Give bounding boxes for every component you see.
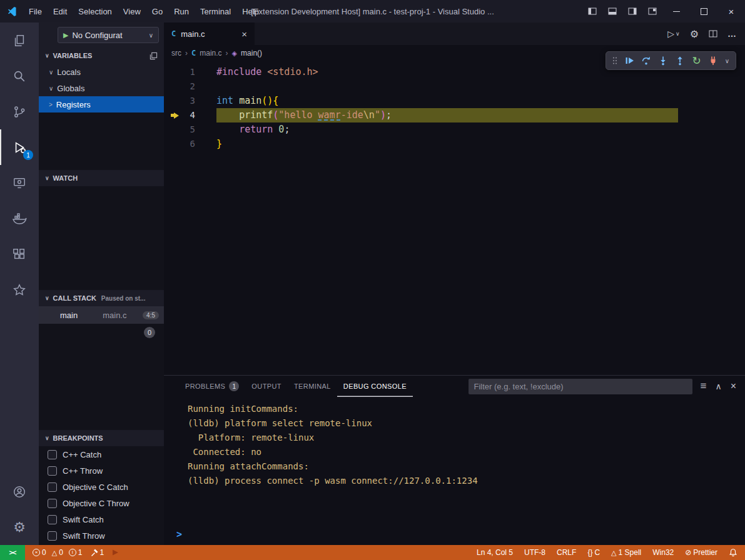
checkbox[interactable] <box>48 515 57 524</box>
maximize-icon[interactable] <box>690 0 717 22</box>
code-line[interactable]: 2 <box>164 79 745 94</box>
docker-icon[interactable] <box>0 201 39 236</box>
close-tab-icon[interactable]: × <box>241 29 247 39</box>
checkbox[interactable] <box>48 466 57 476</box>
step-out-icon[interactable] <box>675 56 685 66</box>
chevron-down-icon[interactable]: ∨ <box>725 58 729 64</box>
tab-main-c[interactable]: C main.c × <box>164 22 255 45</box>
breakpoint-item[interactable]: Swift Throw <box>39 528 164 544</box>
close-icon[interactable]: × <box>717 0 745 22</box>
breakpoint-item[interactable]: Objective C Catch <box>39 479 164 495</box>
eol-sequence[interactable]: CRLF <box>557 548 576 557</box>
remote-explorer-icon[interactable] <box>0 165 39 201</box>
start-debug-icon[interactable]: ▶ <box>63 31 68 39</box>
disconnect-icon[interactable] <box>708 56 718 66</box>
notifications-bell-icon[interactable] <box>729 548 737 557</box>
close-panel-icon[interactable]: × <box>731 381 736 392</box>
tab-problems[interactable]: PROBLEMS 1 <box>179 376 245 397</box>
code-line[interactable]: 4 printf("hello wamr-ide\n"); <box>164 108 745 122</box>
formatter-status[interactable]: ⊘ Prettier <box>685 548 717 557</box>
breakpoint-gutter[interactable] <box>164 79 179 94</box>
debug-status-icon[interactable] <box>111 549 119 556</box>
menu-selection[interactable]: Selection <box>73 0 117 22</box>
explorer-icon[interactable] <box>0 22 39 58</box>
tab-debug-console[interactable]: DEBUG CONSOLE <box>337 376 413 397</box>
debug-console-output: Running initCommands:(lldb) platform sel… <box>164 397 745 488</box>
variables-section-header[interactable]: ∨ VARIABLES <box>39 48 164 64</box>
checkbox[interactable] <box>48 531 57 541</box>
menu-go[interactable]: Go <box>146 0 168 22</box>
variables-item-globals[interactable]: ∨Globals <box>39 80 164 96</box>
breakpoint-gutter[interactable] <box>164 122 179 137</box>
checkbox[interactable] <box>48 499 57 508</box>
customize-layout-icon[interactable] <box>642 0 662 22</box>
restart-icon[interactable]: ↻ <box>692 56 701 66</box>
remote-icon: >< <box>9 549 16 556</box>
cursor-position[interactable]: Ln 4, Col 5 <box>477 548 513 557</box>
console-filter-input[interactable] <box>469 379 692 394</box>
run-debug-icon[interactable]: 1 <box>0 129 39 165</box>
variables-item-locals[interactable]: ∨Locals <box>39 64 164 80</box>
checkbox[interactable] <box>48 482 57 492</box>
split-editor-icon[interactable] <box>709 29 717 38</box>
search-icon[interactable] <box>0 58 39 94</box>
line-number: 5 <box>179 122 195 137</box>
toggle-panel-icon[interactable] <box>602 0 622 22</box>
minimize-icon[interactable] <box>662 0 690 22</box>
extensions-icon[interactable] <box>0 236 39 272</box>
source-control-icon[interactable] <box>0 94 39 129</box>
platform[interactable]: Win32 <box>652 548 674 557</box>
menu-terminal[interactable]: Terminal <box>195 0 236 22</box>
step-over-icon[interactable] <box>641 56 651 66</box>
breakpoint-gutter[interactable] <box>164 65 179 79</box>
titlebar: FileEditSelectionViewGoRunTerminalHelp [… <box>0 0 745 22</box>
breakpoint-item[interactable]: C++ Throw <box>39 462 164 479</box>
launch-config-dropdown[interactable]: ▶ No Configurat ∨ <box>58 27 159 43</box>
call-stack-frame[interactable]: main main.c 4:5 <box>39 306 164 324</box>
run-or-debug-icon[interactable]: ▷∨ <box>667 29 679 39</box>
menu-edit[interactable]: Edit <box>48 0 73 22</box>
settings-gear-icon[interactable]: ⚙ <box>0 509 39 545</box>
problems-status[interactable]: ×0 △0 i1 <box>33 548 83 557</box>
account-icon[interactable] <box>0 474 39 509</box>
continue-icon[interactable] <box>624 56 634 66</box>
breakpoint-item[interactable]: Swift Catch <box>39 511 164 528</box>
output-lines-icon[interactable]: ≡ <box>700 380 706 392</box>
tab-output[interactable]: OUTPUT <box>245 376 288 397</box>
tasks-status[interactable]: 1 <box>90 548 104 557</box>
watch-section-header[interactable]: ∨ WATCH <box>39 170 164 186</box>
views-icon[interactable] <box>150 52 158 60</box>
console-line: Platform: remote-linux <box>188 431 745 445</box>
console-prompt-icon[interactable]: > <box>176 529 182 540</box>
step-into-icon[interactable] <box>658 56 668 66</box>
menu-view[interactable]: View <box>118 0 146 22</box>
remote-indicator[interactable]: >< <box>0 545 25 560</box>
breakpoints-section-header[interactable]: ∨ BREAKPOINTS <box>39 430 164 446</box>
star-icon[interactable] <box>0 272 39 308</box>
current-statement-arrow-icon[interactable] <box>164 108 179 122</box>
spell-checker-status[interactable]: △ 1 Spell <box>611 548 641 557</box>
menu-file[interactable]: File <box>23 0 48 22</box>
variables-item-registers[interactable]: >Registers <box>39 96 164 112</box>
call-stack-section-header[interactable]: ∨ CALL STACK Paused on st... <box>39 290 164 306</box>
breakpoint-gutter[interactable] <box>164 94 179 108</box>
language-mode[interactable]: {} C <box>587 548 600 557</box>
maximize-panel-icon[interactable]: ∧ <box>715 381 721 391</box>
tab-terminal[interactable]: TERMINAL <box>288 376 337 397</box>
drag-grip-icon[interactable] <box>612 56 617 65</box>
toggle-secondary-sidebar-icon[interactable] <box>622 0 642 22</box>
code-line[interactable]: 5 return 0; <box>164 122 745 137</box>
checkbox[interactable] <box>48 450 57 459</box>
code-line[interactable]: 3int main(){ <box>164 94 745 108</box>
more-actions-icon[interactable]: … <box>727 29 736 39</box>
encoding[interactable]: UTF-8 <box>524 548 545 557</box>
breakpoint-item[interactable]: C++ Catch <box>39 446 164 462</box>
code-line[interactable]: 6} <box>164 137 745 151</box>
warnings-icon: △ <box>52 549 57 557</box>
line-number: 1 <box>179 65 195 79</box>
gear-icon[interactable]: ⚙ <box>690 28 699 40</box>
breakpoint-item[interactable]: Objective C Throw <box>39 495 164 511</box>
breakpoint-gutter[interactable] <box>164 137 179 151</box>
menu-run[interactable]: Run <box>168 0 195 22</box>
toggle-sidebar-icon[interactable] <box>582 0 602 22</box>
